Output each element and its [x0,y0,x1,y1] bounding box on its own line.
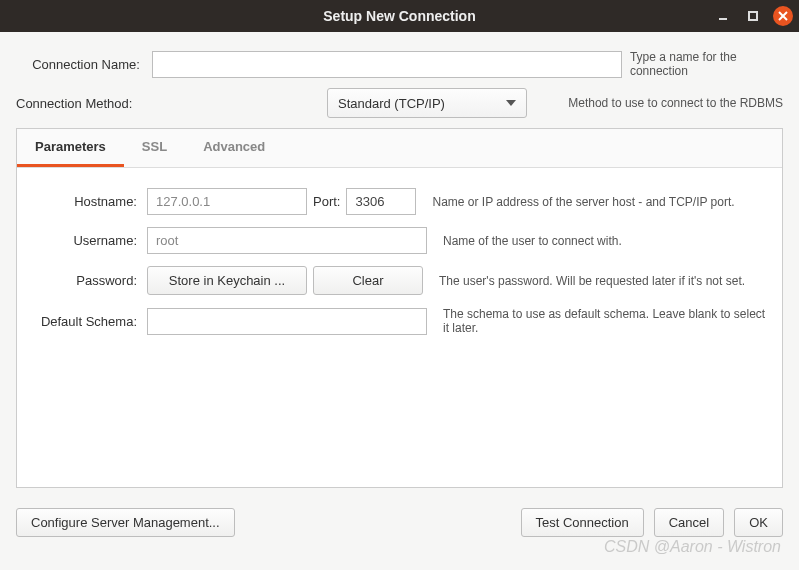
password-label: Password: [31,273,141,288]
port-input[interactable] [346,188,416,215]
default-schema-input[interactable] [147,308,427,335]
ok-button[interactable]: OK [734,508,783,537]
username-label: Username: [31,233,141,248]
tab-advanced[interactable]: Advanced [185,129,283,167]
store-keychain-button[interactable]: Store in Keychain ... [147,266,307,295]
configure-server-button[interactable]: Configure Server Management... [16,508,235,537]
connection-method-select[interactable]: Standard (TCP/IP) [327,88,527,118]
clear-password-button[interactable]: Clear [313,266,423,295]
minimize-icon[interactable] [713,6,733,26]
tabs-container: Parameters SSL Advanced Hostname: Port: … [16,128,783,488]
close-icon[interactable] [773,6,793,26]
tab-ssl[interactable]: SSL [124,129,185,167]
hostname-help: Name or IP address of the server host - … [432,195,768,209]
connection-method-label: Connection Method: [16,96,156,111]
window-title: Setup New Connection [0,8,799,24]
hostname-input[interactable] [147,188,307,215]
test-connection-button[interactable]: Test Connection [521,508,644,537]
connection-method-hint: Method to use to connect to the RDBMS [568,96,783,110]
tab-parameters[interactable]: Parameters [17,129,124,167]
chevron-down-icon [506,100,516,106]
connection-method-value: Standard (TCP/IP) [338,96,445,111]
svg-rect-1 [749,12,757,20]
default-schema-label: Default Schema: [31,314,141,329]
default-schema-help: The schema to use as default schema. Lea… [443,307,768,335]
connection-name-input[interactable] [152,51,622,78]
cancel-button[interactable]: Cancel [654,508,724,537]
username-help: Name of the user to connect with. [443,234,768,248]
tab-body-parameters: Hostname: Port: Name or IP address of th… [17,168,782,487]
connection-name-label: Connection Name: [16,57,144,72]
connection-name-hint: Type a name for the connection [630,50,783,78]
username-input[interactable] [147,227,427,254]
maximize-icon[interactable] [743,6,763,26]
port-label: Port: [313,194,340,209]
password-help: The user's password. Will be requested l… [439,274,768,288]
hostname-label: Hostname: [31,194,141,209]
titlebar: Setup New Connection [0,0,799,32]
